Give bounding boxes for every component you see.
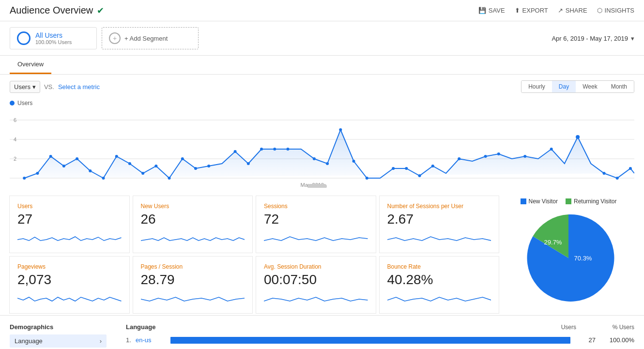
demographics-section: Demographics Language Users % Users Lang… <box>0 315 644 349</box>
date-range-container: Apr 6, 2019 - May 17, 2019 ▾ <box>203 27 634 49</box>
save-button[interactable]: 💾 SAVE <box>478 7 505 14</box>
data-point <box>36 172 39 175</box>
all-users-segment[interactable]: All Users 100.00% Users <box>10 27 97 49</box>
metric-new-users-label[interactable]: New Users <box>141 203 245 210</box>
demographics-content: Language › 1. en-us 27 100.00% <box>10 334 634 348</box>
data-point <box>154 165 157 167</box>
returning-visitor-dot <box>566 198 571 204</box>
header-actions: 💾 SAVE ⬆ EXPORT ↗ SHARE ⬡ INSIGHTS <box>478 7 634 14</box>
language-item[interactable]: Language › <box>10 334 107 348</box>
chart-svg: 6 4 2 <box>10 110 634 189</box>
chart-controls: Users ▾ VS. Select a metric Hourly Day W… <box>0 75 644 95</box>
add-segment-button[interactable]: + + Add Segment <box>102 27 199 49</box>
metric-bounce-rate-label[interactable]: Bounce Rate <box>387 263 491 270</box>
data-point <box>194 167 197 170</box>
data-point <box>550 148 553 151</box>
data-point <box>602 172 605 175</box>
chart-line <box>24 130 634 178</box>
data-point <box>339 128 342 131</box>
date-range: Apr 6, 2019 - May 17, 2019 <box>552 35 628 42</box>
lang-bar-container <box>170 337 570 344</box>
page-header: Audience Overview ✔ 💾 SAVE ⬆ EXPORT ↗ SH… <box>0 0 644 21</box>
header-left: Audience Overview ✔ <box>10 5 104 16</box>
data-point <box>62 165 65 167</box>
data-point <box>181 157 184 160</box>
data-point <box>458 157 460 160</box>
users-sparkline <box>17 230 122 244</box>
plus-icon: + <box>113 34 117 42</box>
data-point <box>629 167 632 170</box>
pie-legend: New Visitor Returning Visitor <box>508 198 629 205</box>
data-point <box>484 155 487 158</box>
data-point <box>141 172 144 175</box>
pie-section: New Visitor Returning Visitor 70.3% 29.7… <box>501 194 636 315</box>
data-point <box>207 165 210 167</box>
lang-bar <box>170 337 570 344</box>
data-point <box>431 165 434 167</box>
select-metric-link[interactable]: Select a metric <box>58 83 100 91</box>
add-segment-circle-icon: + <box>109 32 121 44</box>
hourly-button[interactable]: Hourly <box>521 81 552 92</box>
dropdown-arrow-icon: ▾ <box>32 83 36 91</box>
sessions-per-user-sparkline <box>387 230 491 244</box>
metric-sessions: Sessions 72 <box>256 196 376 253</box>
metric-sessions-label[interactable]: Sessions <box>264 203 368 210</box>
time-period-buttons: Hourly Day Week Month <box>521 80 634 93</box>
data-point <box>392 167 395 170</box>
data-point <box>576 135 580 139</box>
share-icon: ↗ <box>558 7 563 14</box>
pages-session-sparkline <box>141 290 245 305</box>
avg-duration-sparkline <box>264 290 368 305</box>
day-button[interactable]: Day <box>552 81 576 92</box>
week-button[interactable]: Week <box>576 81 604 92</box>
pie-chart-container: 70.3% 29.7% <box>508 210 629 306</box>
data-point <box>89 169 92 172</box>
export-button[interactable]: ⬆ EXPORT <box>515 7 548 14</box>
pct-users-col-header: % Users <box>586 324 634 331</box>
metric-pages-session-label[interactable]: Pages / Session <box>141 263 245 270</box>
metric-users: Users 27 <box>9 196 130 253</box>
language-header-row: Language Users % Users <box>126 323 634 331</box>
chart-legend: Users <box>10 100 634 106</box>
new-users-sparkline <box>141 230 245 244</box>
demographics-header: Demographics Language Users % Users <box>10 323 634 331</box>
data-point <box>234 150 237 153</box>
segment-circle-icon <box>17 31 31 45</box>
metric-sessions-per-user-label[interactable]: Number of Sessions per User <box>387 203 491 210</box>
month-button[interactable]: Month <box>604 81 634 92</box>
segments-bar: All Users 100.00% Users + + Add Segment … <box>0 21 644 56</box>
data-point <box>273 148 276 151</box>
metric-dropdown[interactable]: Users ▾ <box>10 81 40 93</box>
tab-bar: Overview <box>0 56 644 75</box>
metric-pages-session-value: 28.79 <box>141 272 245 288</box>
verified-icon: ✔ <box>97 5 104 16</box>
lang-link[interactable]: en-us <box>136 336 165 344</box>
demographics-title: Demographics <box>10 323 53 331</box>
share-button[interactable]: ↗ SHARE <box>558 7 587 14</box>
demographics-left-header: Demographics <box>10 323 107 331</box>
data-point <box>366 177 368 180</box>
metric-avg-duration-label[interactable]: Avg. Session Duration <box>264 263 368 270</box>
data-point <box>102 177 105 180</box>
tab-overview[interactable]: Overview <box>10 56 51 74</box>
metrics-pie-container: Users 27 New Users 26 Sessions 72 <box>0 194 644 315</box>
bounce-rate-sparkline <box>387 290 491 305</box>
metric-users-label[interactable]: Users <box>17 203 122 210</box>
data-point <box>23 177 26 180</box>
metric-sessions-per-user-value: 2.67 <box>387 212 491 227</box>
chart-area: Users 6 4 2 <box>0 95 644 194</box>
metric-pageviews-label[interactable]: Pageviews <box>17 263 122 270</box>
insights-button[interactable]: ⬡ INSIGHTS <box>597 7 634 14</box>
demographics-left: Language › <box>10 334 107 348</box>
data-point <box>313 157 316 160</box>
column-headers: Users % Users <box>561 324 634 331</box>
new-visitor-legend: New Visitor <box>521 198 558 205</box>
new-visitor-dot <box>521 198 526 204</box>
date-range-dropdown-icon[interactable]: ▾ <box>631 35 634 42</box>
returning-visitor-legend: Returning Visitor <box>566 198 617 205</box>
pie-chart-svg: 70.3% 29.7% <box>520 210 617 306</box>
returning-visitor-pct-label: 29.7% <box>544 239 562 246</box>
export-icon: ⬆ <box>515 7 520 14</box>
language-title: Language <box>126 323 155 331</box>
legend-dot <box>10 101 15 106</box>
